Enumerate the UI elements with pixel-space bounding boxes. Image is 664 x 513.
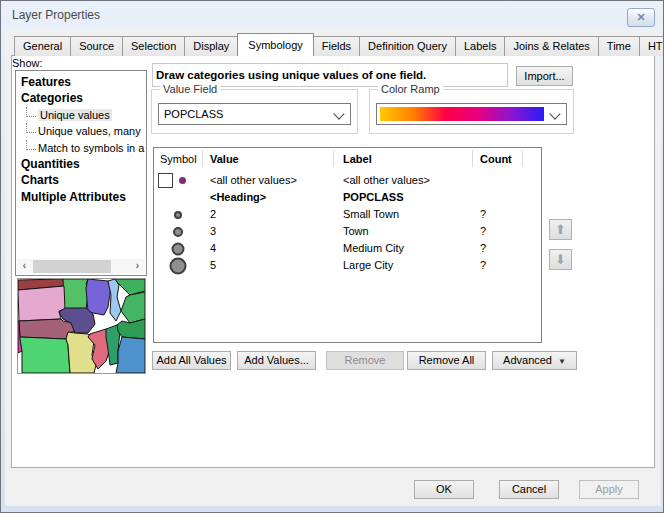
color-ramp-label: Color Ramp xyxy=(378,83,443,95)
tab-joins-relates[interactable]: Joins & Relates xyxy=(504,36,598,56)
add-values-button[interactable]: Add Values... xyxy=(237,351,316,370)
arrow-up-icon: ⬆ xyxy=(555,222,566,237)
point-symbol-icon xyxy=(179,177,186,184)
symbol-cell xyxy=(154,172,202,189)
tree-item-categories[interactable]: Categories xyxy=(16,90,146,106)
tree-elbow-icon xyxy=(26,140,36,150)
value-field-group: Value Field POPCLASS xyxy=(151,89,358,134)
color-ramp-group: Color Ramp xyxy=(369,89,574,134)
tab-general[interactable]: General xyxy=(14,36,71,56)
color-ramp-swatch xyxy=(380,107,544,121)
tab-display[interactable]: Display xyxy=(184,36,238,56)
tree-item-unique-values[interactable]: Unique values xyxy=(16,107,146,123)
chevron-down-icon xyxy=(549,108,560,119)
arrow-down-icon: ⬇ xyxy=(555,252,566,267)
tree-horizontal-scrollbar[interactable]: ‹ › xyxy=(17,259,145,274)
col-header-count[interactable]: Count xyxy=(480,148,512,170)
cancel-button[interactable]: Cancel xyxy=(499,480,559,499)
tree-item-multiple-attributes[interactable]: Multiple Attributes xyxy=(16,189,146,205)
value-field-selected: POPCLASS xyxy=(164,104,223,124)
tree-elbow-icon xyxy=(26,107,36,117)
move-down-button[interactable]: ⬇ xyxy=(549,249,572,270)
tree-item-charts[interactable]: Charts xyxy=(16,172,146,188)
column-divider xyxy=(202,150,203,167)
symbol-cell xyxy=(154,257,202,274)
tree-item-quantities[interactable]: Quantities xyxy=(16,156,146,172)
layer-properties-dialog: Layer Properties ✕ General Source Select… xyxy=(0,0,664,513)
col-header-value[interactable]: Value xyxy=(210,148,239,170)
window-title: Layer Properties xyxy=(12,8,100,22)
show-tree: Features Categories Unique values Unique… xyxy=(15,70,147,276)
apply-button[interactable]: Apply xyxy=(579,480,639,499)
tree-item-unique-values-many[interactable]: Unique values, many xyxy=(16,123,146,139)
tab-strip: General Source Selection Display Symbolo… xyxy=(14,33,664,56)
tab-symbology[interactable]: Symbology xyxy=(237,33,313,56)
point-symbol-icon xyxy=(170,257,187,274)
all-other-values-checkbox[interactable] xyxy=(158,173,173,188)
remove-button[interactable]: Remove xyxy=(326,351,404,370)
col-header-label[interactable]: Label xyxy=(343,148,372,170)
tab-selection[interactable]: Selection xyxy=(122,36,185,56)
ok-button[interactable]: OK xyxy=(414,480,474,499)
tab-source[interactable]: Source xyxy=(70,36,123,56)
scroll-right-icon[interactable]: › xyxy=(130,259,145,274)
value-field-dropdown[interactable]: POPCLASS xyxy=(158,103,351,125)
point-symbol-icon xyxy=(174,211,182,219)
chevron-down-icon xyxy=(333,108,344,119)
table-row[interactable]: 5 Large City ? xyxy=(154,257,541,274)
tree-elbow-icon xyxy=(26,123,36,133)
table-row[interactable]: 4 Medium City ? xyxy=(154,240,541,257)
column-divider xyxy=(522,150,523,167)
symbol-cell xyxy=(154,223,202,240)
tab-definition-query[interactable]: Definition Query xyxy=(359,36,456,56)
column-divider xyxy=(333,150,334,167)
scroll-left-icon[interactable]: ‹ xyxy=(17,259,32,274)
color-ramp-dropdown[interactable] xyxy=(376,103,567,125)
map-preview xyxy=(17,278,146,374)
tab-time[interactable]: Time xyxy=(598,36,640,56)
table-row-all-other-values[interactable]: <all other values> <all other values> xyxy=(154,172,541,189)
title-bar[interactable]: Layer Properties xyxy=(1,1,663,29)
symbol-cell xyxy=(154,206,202,223)
scrollbar-thumb[interactable] xyxy=(33,260,111,273)
show-label: Show: xyxy=(12,57,43,69)
table-row[interactable]: 2 Small Town ? xyxy=(154,206,541,223)
table-row[interactable]: 3 Town ? xyxy=(154,223,541,240)
tree-item-match-to-symbols[interactable]: Match to symbols in a xyxy=(16,140,146,156)
values-table: Symbol Value Label Count <all other valu… xyxy=(153,147,542,343)
remove-all-button[interactable]: Remove All xyxy=(407,351,486,370)
tab-html-popup[interactable]: HTML Popup xyxy=(639,36,664,56)
column-divider xyxy=(472,150,473,167)
point-symbol-icon xyxy=(172,242,185,255)
table-row-heading[interactable]: <Heading> POPCLASS xyxy=(154,189,541,206)
point-symbol-icon xyxy=(173,227,183,237)
tab-fields[interactable]: Fields xyxy=(313,36,360,56)
close-button[interactable]: ✕ xyxy=(627,8,655,27)
map-preview-image xyxy=(18,279,145,373)
import-button[interactable]: Import... xyxy=(516,66,573,86)
advanced-button[interactable]: Advanced▼ xyxy=(492,351,577,370)
menu-arrow-icon: ▼ xyxy=(558,357,566,366)
value-field-label: Value Field xyxy=(160,83,220,95)
move-up-button[interactable]: ⬆ xyxy=(549,219,572,240)
symbol-cell xyxy=(154,240,202,257)
tab-labels[interactable]: Labels xyxy=(455,36,505,56)
add-all-values-button[interactable]: Add All Values xyxy=(152,351,231,370)
close-icon: ✕ xyxy=(636,11,645,23)
tree-item-features[interactable]: Features xyxy=(16,74,146,90)
col-header-symbol[interactable]: Symbol xyxy=(160,148,197,170)
